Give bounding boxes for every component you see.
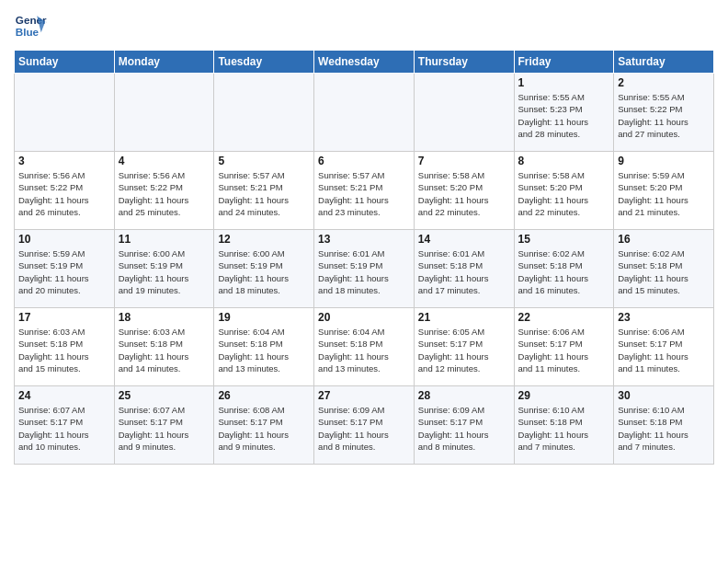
day-info: Sunrise: 6:01 AM Sunset: 5:19 PM Dayligh… bbox=[318, 247, 410, 296]
day-number: 2 bbox=[618, 76, 710, 89]
calendar-cell: 13Sunrise: 6:01 AM Sunset: 5:19 PM Dayli… bbox=[314, 230, 415, 308]
day-number: 3 bbox=[18, 155, 110, 167]
day-info: Sunrise: 5:58 AM Sunset: 5:20 PM Dayligh… bbox=[418, 169, 510, 218]
calendar-cell: 19Sunrise: 6:04 AM Sunset: 5:18 PM Dayli… bbox=[214, 308, 314, 386]
calendar-table: SundayMondayTuesdayWednesdayThursdayFrid… bbox=[14, 50, 714, 465]
day-info: Sunrise: 5:59 AM Sunset: 5:20 PM Dayligh… bbox=[618, 169, 710, 218]
calendar-cell: 6Sunrise: 5:57 AM Sunset: 5:21 PM Daylig… bbox=[314, 152, 415, 230]
day-info: Sunrise: 6:10 AM Sunset: 5:18 PM Dayligh… bbox=[518, 404, 610, 453]
day-number: 9 bbox=[618, 155, 710, 167]
calendar-cell: 29Sunrise: 6:10 AM Sunset: 5:18 PM Dayli… bbox=[514, 386, 614, 465]
calendar-header-row: SundayMondayTuesdayWednesdayThursdayFrid… bbox=[15, 51, 714, 74]
day-info: Sunrise: 5:55 AM Sunset: 5:22 PM Dayligh… bbox=[618, 91, 710, 140]
day-number: 30 bbox=[618, 389, 710, 402]
day-info: Sunrise: 6:10 AM Sunset: 5:18 PM Dayligh… bbox=[618, 404, 710, 453]
day-info: Sunrise: 6:03 AM Sunset: 5:18 PM Dayligh… bbox=[18, 326, 110, 374]
calendar-cell: 15Sunrise: 6:02 AM Sunset: 5:18 PM Dayli… bbox=[514, 230, 614, 308]
calendar-cell: 22Sunrise: 6:06 AM Sunset: 5:17 PM Dayli… bbox=[514, 308, 614, 386]
day-number: 7 bbox=[418, 155, 510, 167]
calendar-cell: 7Sunrise: 5:58 AM Sunset: 5:20 PM Daylig… bbox=[414, 152, 514, 230]
day-info: Sunrise: 5:57 AM Sunset: 5:21 PM Dayligh… bbox=[218, 169, 310, 218]
day-info: Sunrise: 5:55 AM Sunset: 5:23 PM Dayligh… bbox=[518, 91, 610, 140]
calendar-cell: 11Sunrise: 6:00 AM Sunset: 5:19 PM Dayli… bbox=[114, 230, 214, 308]
calendar-cell: 4Sunrise: 5:56 AM Sunset: 5:22 PM Daylig… bbox=[114, 152, 214, 230]
day-number: 10 bbox=[18, 233, 110, 246]
day-info: Sunrise: 6:09 AM Sunset: 5:17 PM Dayligh… bbox=[318, 404, 410, 453]
day-number: 11 bbox=[119, 233, 210, 246]
day-number: 1 bbox=[518, 76, 610, 89]
day-number: 21 bbox=[418, 311, 510, 324]
day-number: 28 bbox=[418, 389, 510, 402]
calendar-cell bbox=[214, 74, 314, 152]
day-info: Sunrise: 6:06 AM Sunset: 5:17 PM Dayligh… bbox=[618, 326, 710, 374]
day-header-wednesday: Wednesday bbox=[314, 51, 415, 74]
day-info: Sunrise: 6:08 AM Sunset: 5:17 PM Dayligh… bbox=[218, 404, 310, 453]
day-header-saturday: Saturday bbox=[614, 51, 714, 74]
calendar-cell: 30Sunrise: 6:10 AM Sunset: 5:18 PM Dayli… bbox=[614, 386, 714, 465]
day-header-tuesday: Tuesday bbox=[214, 51, 314, 74]
day-number: 8 bbox=[518, 155, 610, 167]
day-info: Sunrise: 5:59 AM Sunset: 5:19 PM Dayligh… bbox=[18, 247, 110, 296]
calendar-cell: 8Sunrise: 5:58 AM Sunset: 5:20 PM Daylig… bbox=[514, 152, 614, 230]
day-info: Sunrise: 6:02 AM Sunset: 5:18 PM Dayligh… bbox=[518, 247, 610, 296]
day-info: Sunrise: 6:09 AM Sunset: 5:17 PM Dayligh… bbox=[418, 404, 510, 453]
day-info: Sunrise: 6:01 AM Sunset: 5:18 PM Dayligh… bbox=[418, 247, 510, 296]
day-info: Sunrise: 6:06 AM Sunset: 5:17 PM Dayligh… bbox=[518, 326, 610, 374]
calendar-cell: 10Sunrise: 5:59 AM Sunset: 5:19 PM Dayli… bbox=[15, 230, 115, 308]
calendar-cell bbox=[414, 74, 514, 152]
day-info: Sunrise: 6:03 AM Sunset: 5:18 PM Dayligh… bbox=[119, 326, 210, 374]
day-info: Sunrise: 6:02 AM Sunset: 5:18 PM Dayligh… bbox=[618, 247, 710, 296]
calendar-cell: 28Sunrise: 6:09 AM Sunset: 5:17 PM Dayli… bbox=[414, 386, 514, 465]
day-number: 26 bbox=[218, 389, 310, 402]
calendar-cell: 14Sunrise: 6:01 AM Sunset: 5:18 PM Dayli… bbox=[414, 230, 514, 308]
day-info: Sunrise: 6:04 AM Sunset: 5:18 PM Dayligh… bbox=[318, 326, 410, 374]
day-number: 23 bbox=[618, 311, 710, 324]
calendar-cell: 5Sunrise: 5:57 AM Sunset: 5:21 PM Daylig… bbox=[214, 152, 314, 230]
calendar-week-3: 10Sunrise: 5:59 AM Sunset: 5:19 PM Dayli… bbox=[15, 230, 714, 308]
day-number: 16 bbox=[618, 233, 710, 246]
calendar-cell: 25Sunrise: 6:07 AM Sunset: 5:17 PM Dayli… bbox=[114, 386, 214, 465]
logo: General Blue bbox=[14, 9, 47, 42]
calendar-week-4: 17Sunrise: 6:03 AM Sunset: 5:18 PM Dayli… bbox=[15, 308, 714, 386]
calendar-cell: 3Sunrise: 5:56 AM Sunset: 5:22 PM Daylig… bbox=[15, 152, 115, 230]
calendar-cell: 2Sunrise: 5:55 AM Sunset: 5:22 PM Daylig… bbox=[614, 74, 714, 152]
day-info: Sunrise: 5:56 AM Sunset: 5:22 PM Dayligh… bbox=[18, 169, 110, 218]
day-number: 19 bbox=[218, 311, 310, 324]
day-header-sunday: Sunday bbox=[15, 51, 115, 74]
day-info: Sunrise: 6:04 AM Sunset: 5:18 PM Dayligh… bbox=[218, 326, 310, 374]
day-header-thursday: Thursday bbox=[414, 51, 514, 74]
calendar-cell bbox=[314, 74, 415, 152]
svg-text:Blue: Blue bbox=[16, 26, 40, 38]
day-info: Sunrise: 6:00 AM Sunset: 5:19 PM Dayligh… bbox=[218, 247, 310, 296]
day-info: Sunrise: 6:00 AM Sunset: 5:19 PM Dayligh… bbox=[119, 247, 210, 296]
calendar-cell: 17Sunrise: 6:03 AM Sunset: 5:18 PM Dayli… bbox=[15, 308, 115, 386]
calendar-body: 1Sunrise: 5:55 AM Sunset: 5:23 PM Daylig… bbox=[15, 74, 714, 465]
day-info: Sunrise: 6:07 AM Sunset: 5:17 PM Dayligh… bbox=[119, 404, 210, 453]
calendar-cell: 20Sunrise: 6:04 AM Sunset: 5:18 PM Dayli… bbox=[314, 308, 415, 386]
day-number: 13 bbox=[318, 233, 410, 246]
calendar-cell bbox=[114, 74, 214, 152]
calendar-cell: 12Sunrise: 6:00 AM Sunset: 5:19 PM Dayli… bbox=[214, 230, 314, 308]
day-info: Sunrise: 6:05 AM Sunset: 5:17 PM Dayligh… bbox=[418, 326, 510, 374]
day-number: 18 bbox=[119, 311, 210, 324]
day-number: 6 bbox=[318, 155, 410, 167]
calendar-cell: 21Sunrise: 6:05 AM Sunset: 5:17 PM Dayli… bbox=[414, 308, 514, 386]
calendar-cell bbox=[15, 74, 115, 152]
calendar-cell: 26Sunrise: 6:08 AM Sunset: 5:17 PM Dayli… bbox=[214, 386, 314, 465]
calendar-cell: 27Sunrise: 6:09 AM Sunset: 5:17 PM Dayli… bbox=[314, 386, 415, 465]
day-number: 29 bbox=[518, 389, 610, 402]
logo-icon: General Blue bbox=[14, 9, 47, 42]
calendar-week-5: 24Sunrise: 6:07 AM Sunset: 5:17 PM Dayli… bbox=[15, 386, 714, 465]
day-number: 4 bbox=[119, 155, 210, 167]
day-header-friday: Friday bbox=[514, 51, 614, 74]
day-info: Sunrise: 5:58 AM Sunset: 5:20 PM Dayligh… bbox=[518, 169, 610, 218]
day-number: 15 bbox=[518, 233, 610, 246]
day-number: 25 bbox=[119, 389, 210, 402]
day-number: 27 bbox=[318, 389, 410, 402]
calendar-cell: 18Sunrise: 6:03 AM Sunset: 5:18 PM Dayli… bbox=[114, 308, 214, 386]
calendar-cell: 24Sunrise: 6:07 AM Sunset: 5:17 PM Dayli… bbox=[15, 386, 115, 465]
day-info: Sunrise: 5:57 AM Sunset: 5:21 PM Dayligh… bbox=[318, 169, 410, 218]
day-number: 24 bbox=[18, 389, 110, 402]
day-number: 17 bbox=[18, 311, 110, 324]
calendar-cell: 23Sunrise: 6:06 AM Sunset: 5:17 PM Dayli… bbox=[614, 308, 714, 386]
